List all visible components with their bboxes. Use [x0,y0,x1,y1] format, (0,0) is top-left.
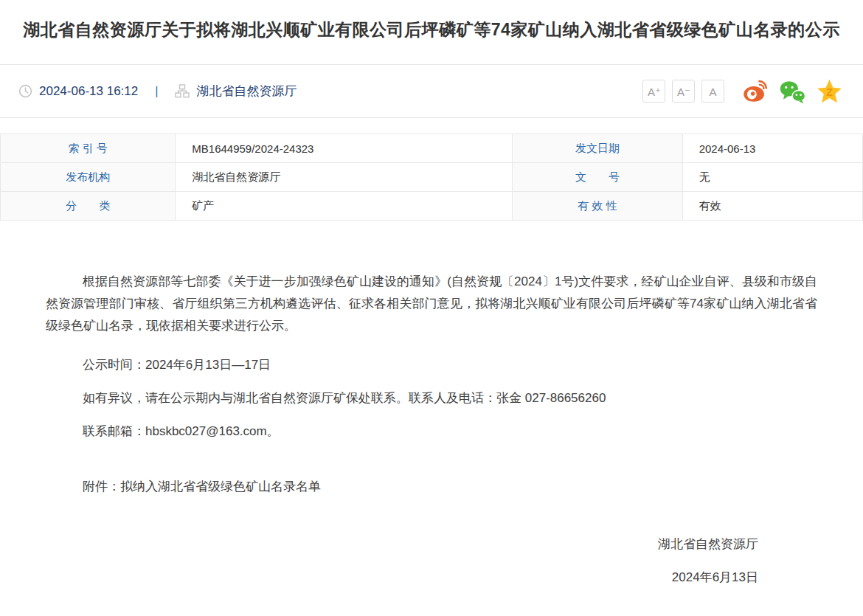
page-title: 湖北省自然资源厅关于拟将湖北兴顺矿业有限公司后坪磷矿等74家矿山纳入湖北省省级绿… [7,19,856,41]
paragraph-publicity-period: 公示时间：2024年6月13日—17日 [46,354,817,376]
doc-number-label: 文 号 [513,163,682,192]
source-name: 湖北省自然资源厅 [196,83,297,100]
issue-date-label: 发文日期 [513,134,682,163]
index-number-value: MB1644959/2024-24323 [176,134,513,163]
publisher-value: 湖北省自然资源厅 [176,163,513,192]
publish-time: 2024-06-13 16:12 [39,84,138,99]
signature-organization: 湖北省自然资源厅 [46,533,758,556]
attachment-link[interactable]: 附件：拟纳入湖北省省级绿色矿山名录名单 [46,476,817,498]
wechat-icon[interactable] [779,79,806,104]
category-value: 矿产 [176,192,513,221]
validity-value: 有效 [682,192,862,221]
meta-bar: 2024-06-13 16:12 | 湖北省自然资源厅 A⁺ A⁻ A [0,65,863,118]
paragraph-contact-email: 联系邮箱：hbskbc027@163.com。 [46,421,817,443]
issue-date-value: 2024-06-13 [682,134,862,163]
meta-separator: | [155,85,158,98]
organization-icon [175,84,190,98]
clock-icon [18,84,32,98]
meta-left: 2024-06-13 16:12 | 湖北省自然资源厅 [18,83,297,100]
table-row: 发布机构 湖北省自然资源厅 文 号 无 [1,163,863,192]
signature-block: 湖北省自然资源厅 2024年6月13日 [46,533,817,589]
qzone-icon[interactable]: Z [817,78,842,104]
document-info-table: 索 引 号 MB1644959/2024-24323 发文日期 2024-06-… [0,134,863,221]
paragraph-objection-contact: 如有异议，请在公示期内与湖北省自然资源厅矿保处联系。联系人及电话：张金 027-… [46,387,817,409]
svg-text:Z: Z [826,86,833,98]
category-label: 分 类 [1,192,176,221]
paragraph-basis: 根据自然资源部等七部委《关于进一步加强绿色矿山建设的通知》(自然资规〔2024〕… [46,271,817,337]
weibo-icon[interactable] [741,77,769,105]
font-increase-button[interactable]: A⁺ [642,80,665,103]
meta-right: A⁺ A⁻ A [642,77,842,105]
validity-label: 有 效 性 [513,192,682,221]
signature-date: 2024年6月13日 [46,567,758,589]
index-number-label: 索 引 号 [1,134,176,163]
doc-number-value: 无 [682,163,862,192]
title-block: 湖北省自然资源厅关于拟将湖北兴顺矿业有限公司后坪磷矿等74家矿山纳入湖北省省级绿… [0,0,863,65]
article-body: 根据自然资源部等七部委《关于进一步加强绿色矿山建设的通知》(自然资规〔2024〕… [0,271,863,589]
font-decrease-button[interactable]: A⁻ [672,80,695,103]
publisher-label: 发布机构 [1,163,176,192]
table-row: 分 类 矿产 有 效 性 有效 [1,192,863,221]
table-row: 索 引 号 MB1644959/2024-24323 发文日期 2024-06-… [1,134,863,163]
font-reset-button[interactable]: A [701,80,724,103]
